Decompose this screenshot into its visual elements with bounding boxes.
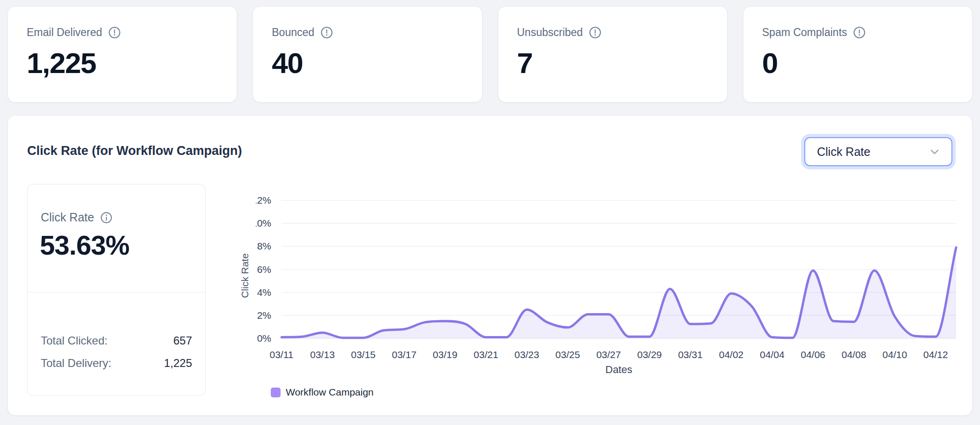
stat-card-unsubscribed: Unsubscribed 7 xyxy=(498,6,728,103)
metric-select[interactable]: Click Rate xyxy=(804,137,952,166)
click-rate-summary-card: Click Rate 53.63% Total Clicked: 657 Tot… xyxy=(27,184,206,396)
section-title: Click Rate (for Workflow Campaign) xyxy=(27,144,242,158)
chevron-down-icon xyxy=(928,145,941,158)
metric-select-value: Click Rate xyxy=(817,145,870,159)
click-rate-area-chart[interactable]: 0%2%4%6%8%10%12%03/1103/1303/1503/1703/1… xyxy=(256,195,961,363)
x-tick-label: 03/17 xyxy=(392,349,417,360)
x-tick-label: 04/06 xyxy=(801,349,825,360)
y-tick-label: 12% xyxy=(256,195,271,205)
stat-label: Bounced xyxy=(272,26,314,39)
total-clicked-value: 657 xyxy=(173,334,192,347)
stat-card-email-delivered: Email Delivered 1,225 xyxy=(7,6,237,103)
legend-label: Workflow Campaign xyxy=(286,387,374,398)
stat-card-bounced: Bounced 40 xyxy=(252,6,482,103)
x-tick-label: 03/31 xyxy=(678,349,703,360)
stat-label: Email Delivered xyxy=(27,26,102,39)
legend-swatch xyxy=(271,388,281,397)
y-tick-label: 8% xyxy=(257,241,271,251)
y-tick-label: 4% xyxy=(257,287,271,298)
stat-label: Unsubscribed xyxy=(517,26,583,39)
stat-label: Spam Complaints xyxy=(762,26,847,39)
total-delivery-label: Total Delivery: xyxy=(41,357,111,370)
summary-value: 53.63% xyxy=(40,229,129,261)
alert-circle-icon[interactable] xyxy=(853,26,866,39)
alert-circle-icon[interactable] xyxy=(320,26,333,39)
alert-circle-icon[interactable] xyxy=(589,26,601,39)
x-tick-label: 03/15 xyxy=(351,349,376,360)
x-tick-label: 04/10 xyxy=(883,349,907,360)
x-tick-label: 03/11 xyxy=(270,349,294,360)
divider xyxy=(28,292,205,293)
x-tick-label: 04/04 xyxy=(760,349,785,360)
y-tick-label: 6% xyxy=(257,264,271,275)
stat-value: 1,225 xyxy=(27,46,218,80)
x-tick-label: 03/23 xyxy=(514,349,539,360)
y-tick-label: 0% xyxy=(257,333,271,344)
stat-value: 40 xyxy=(272,46,463,80)
alert-circle-icon[interactable] xyxy=(108,26,121,39)
x-tick-label: 03/19 xyxy=(433,349,458,360)
stat-card-spam-complaints: Spam Complaints 0 xyxy=(743,6,973,103)
x-tick-label: 04/08 xyxy=(842,349,867,360)
x-tick-label: 03/13 xyxy=(310,349,335,360)
stat-value: 0 xyxy=(762,46,953,80)
stat-value: 7 xyxy=(517,46,708,80)
x-tick-label: 04/12 xyxy=(923,349,948,360)
total-clicked-label: Total Clicked: xyxy=(41,334,108,347)
y-tick-label: 10% xyxy=(256,218,271,228)
y-axis-title: Click Rate xyxy=(239,253,251,298)
info-circle-icon[interactable] xyxy=(100,212,112,224)
x-axis-title: Dates xyxy=(282,364,956,376)
x-tick-label: 03/21 xyxy=(474,349,498,360)
x-tick-label: 03/25 xyxy=(556,349,580,360)
click-rate-section: Click Rate (for Workflow Campaign) Click… xyxy=(7,115,973,416)
x-tick-label: 03/27 xyxy=(596,349,621,360)
total-delivery-value: 1,225 xyxy=(164,357,192,370)
x-tick-label: 04/02 xyxy=(719,349,744,360)
chart-legend: Workflow Campaign xyxy=(271,387,374,398)
y-tick-label: 2% xyxy=(257,310,271,321)
stats-row: Email Delivered 1,225 Bounced 40 Unsubsc… xyxy=(7,6,973,103)
summary-label: Click Rate xyxy=(41,211,94,224)
x-tick-label: 03/29 xyxy=(637,349,662,360)
